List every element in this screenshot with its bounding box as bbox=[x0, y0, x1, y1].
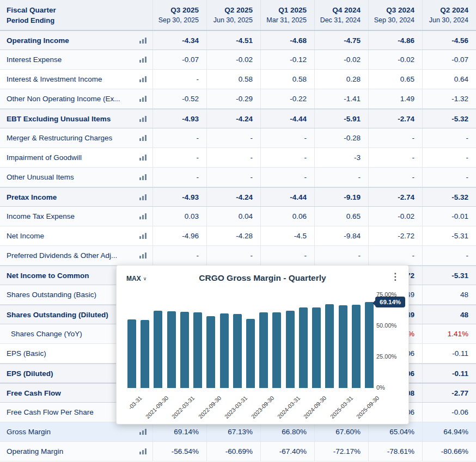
chart-icon[interactable] bbox=[139, 56, 147, 63]
chart-icon[interactable] bbox=[139, 213, 147, 220]
row-label-text: Interest Expense bbox=[7, 56, 62, 64]
bar-2021-12-31[interactable] bbox=[167, 311, 176, 388]
table-row-operating-income: Operating Income-4.34-4.51-4.68-4.75-4.8… bbox=[0, 30, 476, 50]
table-row-pretax-income: Pretax Income-4.93-4.24-4.44-9.19-2.74-5… bbox=[0, 187, 476, 207]
table-row-ebt-excluding-unusual-items: EBT Excluding Unusual Items-4.93-4.24-4.… bbox=[0, 109, 476, 128]
row-label-text: Shares Outstanding (Basic) bbox=[7, 291, 96, 299]
row-label-text: Other Unusual Items bbox=[7, 173, 74, 181]
chart-icon[interactable] bbox=[139, 76, 147, 83]
row-label-text: Net Income to Common bbox=[7, 272, 89, 280]
chart-icon[interactable] bbox=[139, 232, 147, 239]
bar-2023-03-31[interactable] bbox=[233, 314, 242, 388]
value-cell: -0.07 bbox=[152, 50, 206, 69]
bar-2024-12-31[interactable] bbox=[325, 304, 334, 388]
value-cell: -4.5 bbox=[260, 226, 314, 245]
bar-2024-09-30[interactable] bbox=[312, 307, 321, 388]
row-label-operating-margin[interactable]: Operating Margin bbox=[0, 442, 152, 461]
table-row-interest-expense: Interest Expense-0.07-0.02-0.12-0.02-0.0… bbox=[0, 50, 476, 70]
value-cell: - bbox=[422, 128, 476, 147]
row-label-merger-restructuring-charges[interactable]: Merger & Restructuring Charges bbox=[0, 128, 152, 147]
value-cell: - bbox=[368, 168, 422, 187]
row-label-impairment-of-goodwill[interactable]: Impairment of Goodwill bbox=[0, 148, 152, 167]
row-label-text: Shares Change (YoY) bbox=[11, 330, 82, 338]
value-cell: - bbox=[314, 246, 368, 265]
chart-icon[interactable] bbox=[139, 95, 147, 102]
chart-icon[interactable] bbox=[139, 252, 147, 259]
value-cell: 66.80% bbox=[260, 422, 314, 441]
bar-2022-03-31[interactable] bbox=[180, 312, 189, 388]
chart-icon[interactable] bbox=[139, 154, 147, 161]
bar-2021-03-31[interactable] bbox=[127, 319, 136, 388]
bar-2023-12-31[interactable] bbox=[272, 312, 281, 388]
value-cell: -0.02 bbox=[206, 50, 260, 69]
chart-icon[interactable] bbox=[139, 428, 147, 435]
bar-2024-03-31[interactable] bbox=[286, 311, 295, 388]
chart-icon[interactable] bbox=[139, 448, 147, 455]
row-label-income-tax-expense[interactable]: Income Tax Expense bbox=[0, 207, 152, 226]
row-label-text: Merger & Restructuring Charges bbox=[7, 134, 112, 142]
value-cell: - bbox=[368, 246, 422, 265]
x-tick-label: 2021-09-30 bbox=[144, 395, 169, 420]
row-label-interest-investment-income[interactable]: Interest & Investment Income bbox=[0, 70, 152, 89]
bar-2022-09-30[interactable] bbox=[206, 316, 215, 388]
x-tick-label: 2022-09-30 bbox=[197, 395, 222, 420]
row-label-interest-expense[interactable]: Interest Expense bbox=[0, 50, 152, 69]
header-corner-cell: Fiscal Quarter Period Ending bbox=[0, 0, 152, 30]
bar-2021-09-30[interactable] bbox=[154, 311, 162, 388]
value-cell: -5.32 bbox=[422, 188, 476, 206]
chart-icon[interactable] bbox=[139, 134, 147, 141]
value-cell: -78.61% bbox=[368, 442, 422, 461]
value-cell: -60.69% bbox=[206, 442, 260, 461]
value-cell: -0.07 bbox=[422, 50, 476, 69]
value-cell: -0.11 bbox=[422, 364, 476, 383]
chart-icon[interactable] bbox=[139, 115, 147, 122]
value-cell: 1.49 bbox=[368, 89, 422, 108]
value-cell: -4.75 bbox=[314, 31, 368, 50]
value-cell: 64.94% bbox=[422, 422, 476, 441]
chart-icon[interactable] bbox=[139, 37, 147, 44]
row-label-text: Interest & Investment Income bbox=[7, 75, 102, 83]
column-quarter-label: Q1 2025 bbox=[278, 6, 307, 14]
table-row-other-non-operating-income-ex: Other Non Operating Income (Ex...-0.52-0… bbox=[0, 89, 476, 109]
row-label-net-income[interactable]: Net Income bbox=[0, 226, 152, 245]
bar-2021-06-30[interactable] bbox=[141, 320, 149, 388]
bar-2022-06-30[interactable] bbox=[193, 312, 202, 388]
value-cell: -0.11 bbox=[422, 344, 476, 363]
chart-title: CRGO Gross Margin - Quarterly bbox=[117, 273, 408, 283]
row-label-other-unusual-items[interactable]: Other Unusual Items bbox=[0, 168, 152, 187]
value-cell: 69.14% bbox=[152, 422, 206, 441]
value-cell: -4.44 bbox=[260, 188, 314, 206]
value-cell: 48 bbox=[422, 285, 476, 304]
row-label-text: EPS (Basic) bbox=[7, 349, 46, 358]
table-header-row: Fiscal Quarter Period Ending Q3 2025Sep … bbox=[0, 0, 476, 30]
row-label-gross-margin[interactable]: Gross Margin bbox=[0, 422, 152, 441]
bar-2025-06-30[interactable] bbox=[352, 305, 361, 388]
row-label-pretax-income[interactable]: Pretax Income bbox=[0, 188, 152, 206]
bar-2025-09-30[interactable] bbox=[365, 302, 374, 388]
row-label-text: Net Income bbox=[7, 232, 44, 240]
row-label-other-non-operating-income-ex[interactable]: Other Non Operating Income (Ex... bbox=[0, 89, 152, 108]
value-cell: 0.58 bbox=[260, 70, 314, 89]
column-header-q2-2024: Q2 2024Jun 30, 2024 bbox=[422, 0, 476, 30]
x-tick-label: 2022-03-31 bbox=[170, 395, 196, 420]
chart-plot: -03-312021-09-302022-03-312022-09-302023… bbox=[127, 295, 374, 388]
row-label-text: Gross Margin bbox=[7, 428, 51, 436]
chart-icon[interactable] bbox=[139, 194, 147, 201]
row-label-preferred-dividends-other-adj[interactable]: Preferred Dividends & Other Adj... bbox=[0, 246, 152, 265]
chart-icon[interactable] bbox=[139, 174, 147, 181]
value-cell: 48 bbox=[422, 305, 476, 324]
row-label-ebt-excluding-unusual-items[interactable]: EBT Excluding Unusual Items bbox=[0, 109, 152, 128]
value-cell: 0.06 bbox=[260, 207, 314, 226]
value-cell: - bbox=[314, 168, 368, 187]
bar-2022-12-31[interactable] bbox=[220, 313, 229, 389]
bar-2023-09-30[interactable] bbox=[259, 312, 268, 389]
bar-2023-06-30[interactable] bbox=[246, 319, 255, 388]
value-cell: 1.41% bbox=[422, 324, 476, 343]
chart-x-axis: -03-312021-09-302022-03-312022-09-302023… bbox=[127, 388, 374, 422]
row-label-operating-income[interactable]: Operating Income bbox=[0, 31, 152, 50]
value-cell: - bbox=[260, 128, 314, 147]
bar-2024-06-30[interactable] bbox=[299, 307, 308, 388]
kebab-menu-icon[interactable]: ⋮ bbox=[390, 272, 400, 282]
x-tick-label: 2025-03-31 bbox=[329, 395, 354, 420]
bar-2025-03-31[interactable] bbox=[339, 305, 347, 388]
